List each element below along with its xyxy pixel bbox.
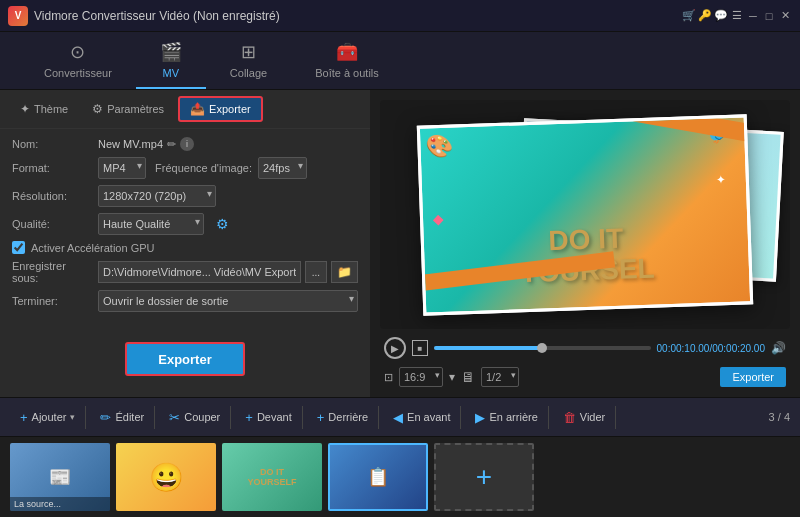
path-input[interactable] [98, 261, 301, 283]
progress-thumb [537, 343, 547, 353]
gpu-row: Activer Accélération GPU [12, 241, 358, 254]
theme-icon: ✦ [20, 102, 30, 116]
tab-parametres[interactable]: ⚙ Paramètres [82, 98, 174, 120]
nom-row: Nom: New MV.mp4 ✏ i [12, 137, 358, 151]
preview-area: 🎨 🐦 DO ITYOURSEL ◆ ✦ [380, 100, 790, 329]
tab-theme[interactable]: ✦ Thème [10, 98, 78, 120]
close-button[interactable]: ✕ [778, 9, 792, 23]
front-label: Devant [257, 411, 292, 423]
nav-collage-label: Collage [230, 67, 267, 79]
backward-button[interactable]: ▶ En arrière [465, 406, 548, 429]
playback-controls: ▶ ■ 00:00:10.00/00:00:20.00 🔊 [380, 337, 790, 359]
minimize-button[interactable]: ─ [746, 9, 760, 23]
volume-icon[interactable]: 🔊 [771, 341, 786, 355]
terminer-select[interactable]: Ouvrir le dossier de sortie [98, 290, 358, 312]
enregistrer-label: Enregistrer sous: [12, 260, 92, 284]
path-row: ... 📁 [98, 261, 358, 283]
nom-label: Nom: [12, 138, 92, 150]
film-thumb-1[interactable]: 📰 La source... [10, 443, 110, 511]
delete-icon: 🗑 [563, 410, 576, 425]
info-icon[interactable]: i [180, 137, 194, 151]
front-button[interactable]: + Devant [235, 406, 302, 429]
forward-button[interactable]: ◀ En avant [383, 406, 461, 429]
tab-exporter-label: Exporter [209, 103, 251, 115]
film-thumb-3[interactable]: DO ITYOURSELF [222, 443, 322, 511]
sub-tabs: ✦ Thème ⚙ Paramètres 📤 Exporter [0, 90, 370, 129]
play-button[interactable]: ▶ [384, 337, 406, 359]
page-select[interactable]: 1/22/2 [481, 367, 519, 387]
aspect-icon: ⊡ [384, 371, 393, 384]
path-dots-button[interactable]: ... [305, 261, 327, 283]
folder-button[interactable]: 📁 [331, 261, 358, 283]
window-controls: 🛒 🔑 💬 ☰ ─ □ ✕ [682, 9, 792, 23]
chat-icon[interactable]: 💬 [714, 9, 728, 23]
edit-button[interactable]: ✏ Éditer [90, 406, 155, 429]
edit-icon: ✏ [100, 410, 111, 425]
aspect-ratio-row: ⊡ 16:94:31:1 ▾ 🖥 1/22/2 [384, 367, 519, 387]
back-button[interactable]: + Derrière [307, 406, 379, 429]
bottom-export-row: ⊡ 16:94:31:1 ▾ 🖥 1/22/2 Exporter [380, 367, 790, 387]
plus-shape: ✦ [716, 173, 726, 187]
cut-button[interactable]: ✂ Couper [159, 406, 231, 429]
page-select-wrap: 1/22/2 [481, 367, 519, 387]
toolbar-count: 3 / 4 [769, 411, 790, 423]
delete-button[interactable]: 🗑 Vider [553, 406, 616, 429]
edit-nom-icon[interactable]: ✏ [167, 138, 176, 151]
resolution-select[interactable]: 1280x720 (720p)1920x1080 (1080p) [98, 185, 216, 207]
edit-label: Éditer [115, 411, 144, 423]
menu-icon[interactable]: ☰ [730, 9, 744, 23]
export-small-button[interactable]: Exporter [720, 367, 786, 387]
collage-icon: ⊞ [241, 41, 256, 63]
progress-bar[interactable] [434, 346, 651, 350]
nav-mv[interactable]: 🎬 MV [136, 33, 206, 89]
time-display: 00:00:10.00/00:00:20.00 [657, 343, 765, 354]
progress-fill [434, 346, 542, 350]
nom-value: New MV.mp4 [98, 138, 163, 150]
format-select[interactable]: MP4AVIMOV [98, 157, 146, 179]
export-big-button[interactable]: Exporter [125, 342, 245, 376]
nav-convertisseur[interactable]: ⊙ Convertisseur [20, 33, 136, 89]
back-icon: + [317, 410, 325, 425]
settings-icon[interactable]: ⚙ [216, 216, 229, 232]
frequence-select[interactable]: 24fps30fps60fps [258, 157, 307, 179]
diamond-shape: ◆ [433, 210, 445, 226]
thumb1-overlay: La source... [10, 497, 110, 511]
tab-parametres-label: Paramètres [107, 103, 164, 115]
film-thumb-5[interactable]: + [434, 443, 534, 511]
backward-icon: ▶ [475, 410, 485, 425]
right-panel: 🎨 🐦 DO ITYOURSEL ◆ ✦ ▶ ■ 00:00:10.00/00:… [370, 90, 800, 397]
title-text: Vidmore Convertisseur Vidéo (Non enregis… [34, 9, 676, 23]
format-select-wrap: MP4AVIMOV [98, 157, 146, 179]
format-row: Format: MP4AVIMOV Fréquence d'image: 24f… [12, 157, 358, 179]
nav-collage[interactable]: ⊞ Collage [206, 33, 291, 89]
film-thumb-2[interactable]: 😀 [116, 443, 216, 511]
title-bar: V Vidmore Convertisseur Vidéo (Non enreg… [0, 0, 800, 32]
main-content: ✦ Thème ⚙ Paramètres 📤 Exporter Nom: New… [0, 90, 800, 397]
parametres-icon: ⚙ [92, 102, 103, 116]
gpu-checkbox[interactable] [12, 241, 25, 254]
tab-theme-label: Thème [34, 103, 68, 115]
add-thumb-icon: + [476, 461, 492, 493]
nav-mv-label: MV [163, 67, 180, 79]
thumb3-text: DO ITYOURSELF [247, 467, 296, 487]
back-label: Derrière [328, 411, 368, 423]
stop-button[interactable]: ■ [412, 340, 428, 356]
preview-canvas-inner: 🎨 🐦 DO ITYOURSEL ◆ ✦ [420, 117, 750, 312]
character-top-left: 🎨 [425, 132, 453, 159]
thumb5-content: + [436, 445, 532, 509]
key-icon[interactable]: 🔑 [698, 9, 712, 23]
tab-exporter[interactable]: 📤 Exporter [178, 96, 263, 122]
maximize-button[interactable]: □ [762, 9, 776, 23]
qualite-select-wrap: Haute QualitéMoyenne Qualité [98, 213, 204, 235]
shopping-icon[interactable]: 🛒 [682, 9, 696, 23]
top-nav: ⊙ Convertisseur 🎬 MV ⊞ Collage 🧰 Boîte à… [0, 32, 800, 90]
nav-boite[interactable]: 🧰 Boîte à outils [291, 33, 403, 89]
aspect-select[interactable]: 16:94:31:1 [399, 367, 443, 387]
terminer-row: Terminer: Ouvrir le dossier de sortie [12, 290, 358, 312]
qualite-label: Qualité: [12, 218, 92, 230]
orange-bar-top [633, 117, 750, 142]
qualite-select[interactable]: Haute QualitéMoyenne Qualité [98, 213, 204, 235]
add-button[interactable]: + Ajouter ▾ [10, 406, 86, 429]
film-thumb-4[interactable]: 📋 [328, 443, 428, 511]
toolbar: + Ajouter ▾ ✏ Éditer ✂ Couper + Devant +… [0, 397, 800, 437]
